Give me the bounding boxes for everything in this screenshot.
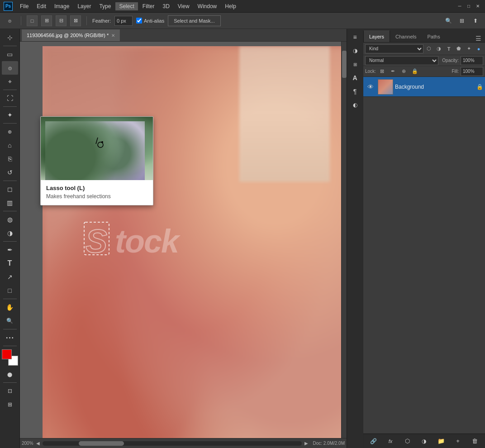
tab-paths[interactable]: Paths <box>422 30 446 42</box>
menu-file[interactable]: File <box>16 2 32 10</box>
tab-channels[interactable]: Channels <box>390 30 422 42</box>
text-tool[interactable]: T <box>2 257 18 270</box>
add-selection-btn[interactable]: ⊞ <box>41 15 52 26</box>
path-selection-tool[interactable]: ↗ <box>2 270 18 284</box>
clone-stamp-tool[interactable]: ⎘ <box>2 152 18 166</box>
menu-layer[interactable]: Layer <box>74 2 95 10</box>
rectangle-tool[interactable]: □ <box>2 284 18 297</box>
opacity-label: Opacity: <box>442 58 459 63</box>
new-layer-btn[interactable]: + <box>452 435 464 447</box>
tool-preset-picker[interactable]: ⌾ <box>4 15 15 27</box>
menu-filter[interactable]: Filter <box>139 2 158 10</box>
search-icon[interactable]: 🔍 <box>442 15 454 27</box>
menu-window[interactable]: Window <box>194 2 221 10</box>
layers-panel: Layers Channels Paths ☰ Kind ⬡ ◑ T ⬟ ✦ ● <box>363 29 485 448</box>
canvas-image: tock S <box>43 46 347 438</box>
fx-btn[interactable]: fx <box>385 435 396 447</box>
menu-select[interactable]: Select <box>115 2 138 10</box>
menu-edit[interactable]: Edit <box>33 2 50 10</box>
tab-close-btn[interactable]: ✕ <box>111 33 115 38</box>
layers-kind-select[interactable]: Kind <box>365 44 423 53</box>
lock-pixels-icon[interactable]: ⊠ <box>378 67 387 76</box>
svg-point-2 <box>101 141 103 143</box>
opacity-input[interactable] <box>461 56 483 65</box>
table-icon[interactable]: ⊞ <box>349 58 361 71</box>
blend-opacity-bar: Normal Opacity: <box>363 55 485 66</box>
menu-3d[interactable]: 3D <box>159 2 173 10</box>
shape-filter-icon[interactable]: ⬟ <box>454 44 463 53</box>
vertical-scrollbar[interactable] <box>341 42 347 438</box>
healing-brush-tool[interactable]: ⊕ <box>2 125 18 138</box>
lock-artboard-icon[interactable]: ⊕ <box>399 67 409 76</box>
add-mask-btn[interactable]: ⬡ <box>401 435 413 447</box>
share-icon[interactable]: ⬆ <box>470 15 481 27</box>
pen-tool[interactable]: ✒ <box>2 243 18 257</box>
quick-selection-tool[interactable]: ⌖ <box>2 75 18 88</box>
filter-toggle[interactable]: ● <box>474 44 483 53</box>
feather-input[interactable] <box>114 16 133 26</box>
move-tool[interactable]: ⊹ <box>2 31 18 44</box>
lasso-tool[interactable]: ⌾ <box>2 61 18 75</box>
vertical-scrollbar-thumb[interactable] <box>342 51 347 78</box>
quick-mask-btn[interactable]: ⬤ <box>2 367 18 381</box>
lock-position-icon[interactable]: ✒ <box>389 67 398 76</box>
link-layers-btn[interactable]: 🔗 <box>368 435 380 447</box>
screen-mode-btn[interactable]: ⊡ <box>2 384 18 398</box>
new-selection-btn[interactable]: □ <box>27 15 38 26</box>
antialias-checkbox[interactable]: Anti-alias <box>136 18 164 24</box>
document-tab[interactable]: 1193064566.jpg @ 200% (RGB/8#) * ✕ <box>22 29 120 41</box>
intersect-selection-btn[interactable]: ⊠ <box>70 15 81 26</box>
eyedropper-tool[interactable]: ✦ <box>2 108 18 122</box>
smart-filter-icon[interactable]: ✦ <box>464 44 473 53</box>
hand-tool[interactable]: ✋ <box>2 300 18 314</box>
panel-menu-btn[interactable]: ☰ <box>472 35 485 42</box>
pixel-filter-icon[interactable]: ⬡ <box>424 44 433 53</box>
select-and-mask-button[interactable]: Select and Mask... <box>168 15 221 26</box>
paragraph-icon[interactable]: ¶ <box>349 85 361 98</box>
frame-mode-btn[interactable]: ⊞ <box>2 398 18 411</box>
subtract-selection-btn[interactable]: ⊟ <box>56 15 67 26</box>
dodge-tool[interactable]: ◑ <box>2 226 18 240</box>
delete-layer-btn[interactable]: 🗑 <box>469 435 480 447</box>
extra-tools-btn[interactable]: • • • <box>2 331 18 344</box>
blur-tool[interactable]: ◍ <box>2 213 18 226</box>
menu-view[interactable]: View <box>174 2 193 10</box>
new-group-btn[interactable]: 📁 <box>435 435 447 447</box>
menu-help[interactable]: Help <box>221 2 240 10</box>
color-icon[interactable]: ◑ <box>349 44 361 57</box>
lock-label: Lock: <box>365 69 376 74</box>
layer-visibility-eye[interactable]: 👁 <box>365 81 376 92</box>
text-icon[interactable]: A <box>349 71 361 84</box>
close-button[interactable]: ✕ <box>474 3 481 10</box>
workspace-icon[interactable]: ⊞ <box>456 15 468 27</box>
rectangular-marquee-tool[interactable]: ▭ <box>2 48 18 61</box>
canvas-wrapper[interactable]: tock S <box>20 42 347 438</box>
eraser-tool[interactable]: ◻ <box>2 182 18 196</box>
type-filter-icon[interactable]: T <box>444 44 453 53</box>
adjustment-filter-icon[interactable]: ◑ <box>434 44 443 53</box>
adjustment-btn[interactable]: ◑ <box>418 435 430 447</box>
layer-thumbnail <box>378 79 393 95</box>
horizontal-scrollbar-thumb[interactable] <box>79 441 124 446</box>
antialias-input[interactable] <box>136 18 142 24</box>
blend-mode-select[interactable]: Normal <box>365 56 438 65</box>
crop-tool[interactable]: ⛶ <box>2 91 18 105</box>
layer-row-background[interactable]: 👁 Background 🔒 <box>363 77 485 97</box>
history-brush-tool[interactable]: ↺ <box>2 166 18 179</box>
maximize-button[interactable]: □ <box>465 3 472 10</box>
tab-layers[interactable]: Layers <box>363 30 390 42</box>
history-icon[interactable]: ≡ <box>349 31 361 43</box>
menu-type[interactable]: Type <box>95 2 114 10</box>
lock-all-icon[interactable]: 🔒 <box>410 67 419 76</box>
adjust-icon[interactable]: ◐ <box>349 99 361 111</box>
gradient-tool[interactable]: ▥ <box>2 196 18 210</box>
scroll-left-btn[interactable]: ◀ <box>35 441 41 446</box>
zoom-tool[interactable]: 🔍 <box>2 314 18 328</box>
brush-tool[interactable]: ⌂ <box>2 138 18 152</box>
menu-image[interactable]: Image <box>51 2 73 10</box>
foreground-color[interactable] <box>2 349 12 359</box>
horizontal-scrollbar-track[interactable] <box>43 441 302 446</box>
minimize-button[interactable]: ─ <box>456 3 463 10</box>
scroll-right-btn[interactable]: ▶ <box>304 441 309 446</box>
fill-input[interactable] <box>461 67 483 76</box>
